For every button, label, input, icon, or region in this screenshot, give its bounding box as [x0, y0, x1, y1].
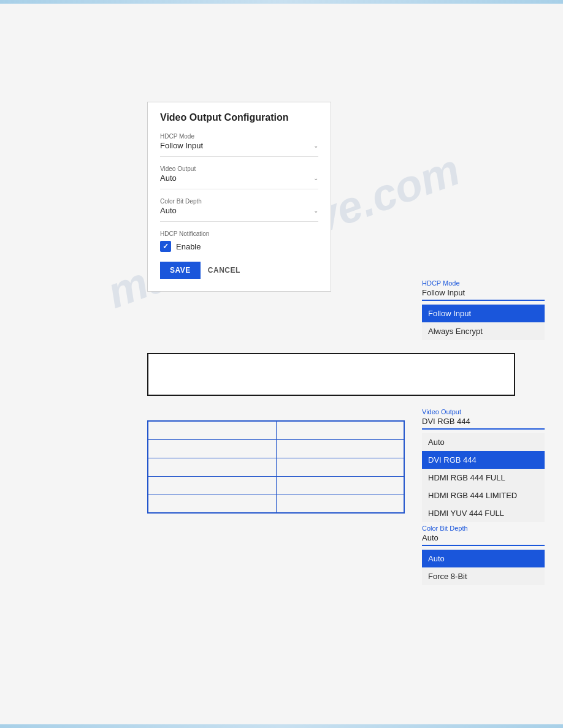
table-cell: [276, 476, 404, 495]
dialog-title: Video Output Configuration: [160, 112, 318, 123]
video-option-dvi-rgb-444[interactable]: DVI RGB 444: [422, 451, 545, 469]
hdcp-notification-row: ✓ Enable: [160, 241, 318, 252]
hdcp-option-always-encrypt[interactable]: Always Encrypt: [422, 322, 545, 340]
table-cell: [276, 421, 404, 439]
blue-table-container: [147, 420, 405, 514]
hdcp-mode-select[interactable]: Follow Input ⌄: [160, 141, 318, 150]
black-bordered-box: [147, 353, 515, 396]
video-option-hdmi-rgb-444-full[interactable]: HDMI RGB 444 FULL: [422, 469, 545, 487]
table-cell: [276, 458, 404, 476]
hdcp-enable-checkbox[interactable]: ✓: [160, 241, 171, 252]
table-cell: [148, 421, 276, 439]
hdcp-dropdown-section-label: HDCP Mode: [422, 279, 545, 287]
table-row: [148, 476, 404, 495]
video-option-hdmi-yuv-444-full[interactable]: HDMI YUV 444 FULL: [422, 504, 545, 522]
color-bit-depth-field: Color Bit Depth Auto ⌄: [160, 198, 318, 222]
blue-table: [147, 420, 405, 514]
color-option-force-8bit[interactable]: Force 8-Bit: [422, 567, 545, 585]
table-cell: [148, 458, 276, 476]
table-row: [148, 458, 404, 476]
color-dropdown-section-label: Color Bit Depth: [422, 525, 545, 532]
table-row: [148, 439, 404, 458]
hdcp-enable-label: Enable: [176, 242, 201, 251]
table-row: [148, 495, 404, 513]
video-output-field: Video Output Auto ⌄: [160, 165, 318, 189]
video-option-hdmi-rgb-444-limited[interactable]: HDMI RGB 444 LIMITED: [422, 487, 545, 504]
color-bit-depth-dropdown-panel: Color Bit Depth Auto Auto Force 8-Bit: [422, 525, 545, 585]
save-button[interactable]: SAVE: [160, 262, 201, 279]
cancel-button[interactable]: CANCEL: [208, 266, 240, 275]
video-dropdown-section-label: Video Output: [422, 408, 545, 415]
color-bit-depth-chevron-icon: ⌄: [313, 207, 318, 214]
video-output-label: Video Output: [160, 165, 318, 172]
hdcp-mode-value: Follow Input: [160, 141, 203, 150]
video-output-select[interactable]: Auto ⌄: [160, 173, 318, 183]
video-output-value: Auto: [160, 173, 177, 183]
hdcp-dropdown-current-value: Follow Input: [422, 288, 545, 301]
button-row: SAVE CANCEL: [160, 262, 318, 279]
table-cell: [148, 476, 276, 495]
color-bit-depth-label: Color Bit Depth: [160, 198, 318, 205]
color-bit-depth-select[interactable]: Auto ⌄: [160, 206, 318, 215]
hdcp-mode-dropdown-panel: HDCP Mode Follow Input Follow Input Alwa…: [422, 279, 545, 340]
color-option-auto[interactable]: Auto: [422, 550, 545, 567]
hdcp-notification-section: HDCP Notification ✓ Enable: [160, 230, 318, 252]
color-bit-depth-value: Auto: [160, 206, 177, 215]
check-icon: ✓: [163, 242, 169, 251]
hdcp-mode-chevron-icon: ⌄: [313, 142, 318, 149]
table-cell: [148, 439, 276, 458]
hdcp-mode-field: HDCP Mode Follow Input ⌄: [160, 133, 318, 157]
hdcp-mode-label: HDCP Mode: [160, 133, 318, 140]
video-dropdown-current-value: DVI RGB 444: [422, 417, 545, 430]
color-dropdown-current-value: Auto: [422, 533, 545, 546]
table-cell: [276, 495, 404, 513]
video-option-auto[interactable]: Auto: [422, 433, 545, 451]
dialog-card: Video Output Configuration HDCP Mode Fol…: [147, 102, 331, 292]
table-cell: [148, 495, 276, 513]
table-row: [148, 421, 404, 439]
bottom-bar: [0, 724, 563, 728]
hdcp-notification-label: HDCP Notification: [160, 230, 318, 237]
table-cell: [276, 439, 404, 458]
hdcp-option-follow-input[interactable]: Follow Input: [422, 305, 545, 322]
video-output-chevron-icon: ⌄: [313, 175, 318, 181]
video-output-dropdown-panel: Video Output DVI RGB 444 Auto DVI RGB 44…: [422, 408, 545, 522]
